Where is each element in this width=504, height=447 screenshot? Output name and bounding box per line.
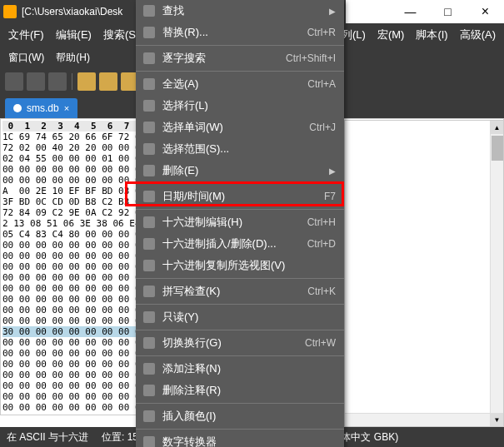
menu-script[interactable]: 脚本(I) xyxy=(416,27,447,42)
menu-item-label: 十六进制插入/删除(D)... xyxy=(162,236,307,251)
scroll-thumb[interactable] xyxy=(492,136,503,161)
menu-file[interactable]: 文件(F) xyxy=(8,27,44,42)
menu-item[interactable]: 全选(A)Ctrl+A xyxy=(136,73,344,95)
tab-close-icon[interactable]: × xyxy=(64,103,69,113)
menu-col[interactable]: 列(L) xyxy=(342,27,366,42)
menu-item[interactable]: 选择行(L) xyxy=(136,95,344,117)
menu-item-icon xyxy=(141,382,157,399)
menu-item-icon xyxy=(141,76,157,92)
menu-item-shortcut: Ctrl+A xyxy=(307,78,336,90)
menu-separator xyxy=(136,355,344,356)
menu-item-shortcut: Ctrl+R xyxy=(307,27,336,38)
menu-item[interactable]: 切换换行(G)Ctrl+W xyxy=(136,332,344,354)
menu-item[interactable]: 添加注释(N) xyxy=(136,358,344,380)
menu-item[interactable]: 逐字搜索Ctrl+Shift+I xyxy=(136,47,344,69)
menu-item-icon xyxy=(141,162,157,179)
tab-label: sms.db xyxy=(27,102,59,114)
chevron-right-icon: ▶ xyxy=(329,166,336,176)
menu-item-icon xyxy=(141,24,157,41)
menu-item[interactable]: 日期/时间(M)F7 xyxy=(136,186,344,207)
menu-item[interactable]: 选择范围(S)... xyxy=(136,138,344,160)
close-button[interactable]: × xyxy=(467,0,504,23)
menu-item-icon xyxy=(141,309,157,325)
menu-item-label: 十六进制编辑(H) xyxy=(162,215,307,230)
menu-item[interactable]: 插入颜色(I) xyxy=(136,405,344,427)
menu-item-icon xyxy=(141,434,157,447)
menu-item-icon xyxy=(141,2,157,19)
menu-separator xyxy=(136,403,344,404)
context-menu: 查找▶替换(R)...Ctrl+R逐字搜索Ctrl+Shift+I全选(A)Ct… xyxy=(136,0,344,447)
scroll-up-icon[interactable]: ▲ xyxy=(491,121,503,134)
menu-item-icon xyxy=(141,214,157,231)
menu-item-label: 删除注释(R) xyxy=(162,383,336,398)
toolbar-separator xyxy=(72,73,72,90)
menu-item-shortcut: F7 xyxy=(324,191,336,202)
menu-item-label: 选择范围(S)... xyxy=(162,142,336,156)
menu-item-icon xyxy=(141,97,157,114)
minimize-button[interactable]: — xyxy=(392,0,429,23)
menu-item[interactable]: 只读(Y) xyxy=(136,306,344,328)
window-controls-bg: — □ × xyxy=(346,0,504,23)
toolbar-button[interactable] xyxy=(77,72,96,91)
menu-item[interactable]: 删除注释(R) xyxy=(136,380,344,401)
menu-item-label: 删除(E) xyxy=(162,163,329,178)
menu-item-shortcut: Ctrl+D xyxy=(307,238,336,250)
menu-item-icon xyxy=(141,236,157,252)
menu-item[interactable]: 十六进制复制所选视图(V) xyxy=(136,255,344,276)
menu-search[interactable]: 搜索(S) xyxy=(103,27,139,42)
menu-item-icon xyxy=(141,257,157,274)
menu-item-label: 选择单词(W) xyxy=(162,120,309,135)
menu-item-label: 添加注释(N) xyxy=(162,361,336,376)
menu-item[interactable]: 删除(E)▶ xyxy=(136,160,344,181)
menu-item-icon xyxy=(141,335,157,351)
menu-item-label: 逐字搜索 xyxy=(162,51,286,66)
menu-item-shortcut: Ctrl+K xyxy=(307,286,336,297)
menu-separator xyxy=(136,209,344,210)
menu-item[interactable]: 十六进制插入/删除(D)...Ctrl+D xyxy=(136,233,344,255)
menu-item-label: 全选(A) xyxy=(162,77,307,92)
toolbar-button[interactable] xyxy=(48,72,67,91)
menu-item[interactable]: 数字转换器 xyxy=(136,431,344,447)
vertical-scrollbar[interactable]: ▲ ▼ xyxy=(490,121,503,426)
menu-item-label: 替换(R)... xyxy=(162,25,307,40)
tab-dot-icon xyxy=(13,104,22,112)
menu-separator xyxy=(136,45,344,46)
menu-item[interactable]: 替换(R)...Ctrl+R xyxy=(136,22,344,43)
menu-item-label: 十六进制复制所选视图(V) xyxy=(162,258,336,273)
menu-item[interactable]: 拼写检查(K)Ctrl+K xyxy=(136,281,344,302)
tab-smsdb[interactable]: sms.db × xyxy=(5,98,77,118)
toolbar-button[interactable] xyxy=(27,72,45,91)
menu-item-icon xyxy=(141,408,157,425)
right-pane: ▲ ▼ xyxy=(344,120,504,427)
menu-item[interactable]: 选择单词(W)Ctrl+J xyxy=(136,117,344,138)
maximize-button[interactable]: □ xyxy=(429,0,467,23)
menu-help[interactable]: 帮助(H) xyxy=(56,51,90,65)
toolbar-button[interactable] xyxy=(99,72,117,91)
menu-separator xyxy=(136,71,344,72)
toolbar-button[interactable] xyxy=(5,72,23,91)
scroll-down-icon[interactable]: ▼ xyxy=(491,413,503,426)
menu-item-icon xyxy=(141,283,157,300)
menu-item[interactable]: 十六进制编辑(H)Ctrl+H xyxy=(136,211,344,233)
menu-item-label: 拼写检查(K) xyxy=(162,284,307,299)
menu-macro[interactable]: 宏(M) xyxy=(377,27,405,42)
menu-separator xyxy=(136,278,344,279)
menu-advanced[interactable]: 高级(A) xyxy=(460,27,496,42)
menu-separator xyxy=(136,429,344,430)
menu-item-icon xyxy=(141,360,157,377)
menu-item-shortcut: Ctrl+H xyxy=(307,216,336,228)
menu-item-icon xyxy=(141,188,157,205)
menu-edit[interactable]: 编辑(E) xyxy=(56,27,92,42)
menu-item-icon xyxy=(141,119,157,136)
menu-item-shortcut: Ctrl+Shift+I xyxy=(286,52,336,64)
menu-separator xyxy=(136,183,344,184)
menu-window[interactable]: 窗口(W) xyxy=(8,51,44,65)
menu-item-shortcut: Ctrl+J xyxy=(309,122,336,133)
horizontal-scrollbar[interactable] xyxy=(345,413,490,426)
menu-item-label: 插入颜色(I) xyxy=(162,409,336,424)
menu-item-label: 只读(Y) xyxy=(162,310,336,325)
menu-item-icon xyxy=(141,141,157,157)
menu-item-label: 数字转换器 xyxy=(162,435,336,447)
menu-item[interactable]: 查找▶ xyxy=(136,0,344,22)
menu-separator xyxy=(136,304,344,305)
